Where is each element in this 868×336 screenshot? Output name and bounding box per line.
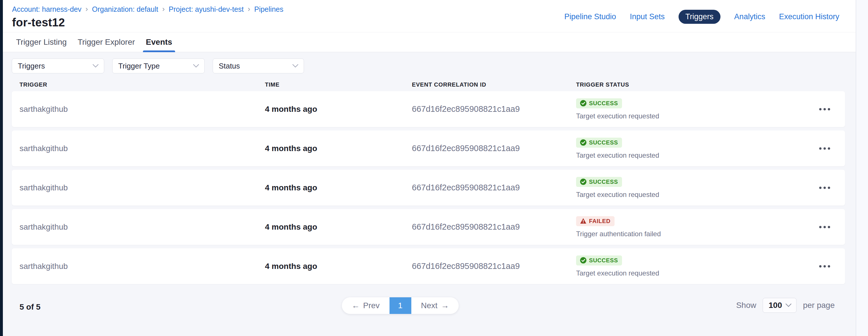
check-circle-icon [580, 100, 586, 106]
nav-pipeline-studio[interactable]: Pipeline Studio [564, 12, 616, 21]
trigger-status-cell: FAILED Trigger authentication failed [576, 216, 845, 238]
status-badge-label: SUCCESS [589, 257, 618, 264]
trigger-name: sarthakgithub [20, 262, 265, 271]
check-circle-icon [580, 257, 586, 264]
table-row[interactable]: sarthakgithub 4 months ago 667d16f2ec895… [12, 248, 845, 284]
triggers-filter-dropdown[interactable]: Triggers [12, 59, 104, 73]
trigger-status-cell: SUCCESS Target execution requested [576, 98, 845, 120]
trigger-name: sarthakgithub [20, 144, 265, 153]
event-correlation-id: 667d16f2ec895908821c1aa9 [412, 144, 576, 153]
nav-analytics[interactable]: Analytics [734, 12, 765, 21]
event-time: 4 months ago [265, 262, 412, 271]
row-menu-button[interactable] [817, 145, 832, 152]
column-header-event-correlation-id: EVENT CORRELATION ID [412, 81, 576, 88]
page-size-control: Show 100 per page [736, 298, 835, 313]
current-page-button[interactable]: 1 [390, 297, 411, 314]
table-row[interactable]: sarthakgithub 4 months ago 667d16f2ec895… [12, 130, 845, 166]
prev-page-button[interactable]: ← Prev [342, 297, 390, 314]
per-page-label: per page [803, 301, 835, 310]
status-badge-label: SUCCESS [589, 139, 618, 146]
status-message: Target execution requested [576, 269, 659, 277]
pipeline-top-nav: Pipeline Studio Input Sets Triggers Anal… [564, 10, 839, 24]
status-message: Target execution requested [576, 191, 659, 199]
status-badge: SUCCESS [576, 138, 622, 148]
page-size-value: 100 [769, 301, 782, 310]
status-badge: SUCCESS [576, 177, 622, 187]
tab-trigger-listing[interactable]: Trigger Listing [13, 32, 69, 52]
event-correlation-id: 667d16f2ec895908821c1aa9 [412, 104, 576, 114]
row-menu-button[interactable] [817, 263, 832, 270]
status-filter-label: Status [219, 62, 240, 70]
status-badge: SUCCESS [576, 256, 622, 266]
status-badge-label: SUCCESS [589, 179, 618, 185]
breadcrumb-organization[interactable]: Organization: default [92, 5, 158, 13]
trigger-type-filter-dropdown[interactable]: Trigger Type [112, 59, 205, 73]
trigger-status-cell: SUCCESS Target execution requested [576, 256, 845, 277]
chevron-down-icon [193, 64, 199, 68]
row-menu-button[interactable] [817, 224, 832, 231]
event-correlation-id: 667d16f2ec895908821c1aa9 [412, 262, 576, 271]
page-size-select[interactable]: 100 [763, 298, 797, 313]
collapsed-sidebar-strip[interactable] [0, 0, 3, 336]
table-footer: 5 of 5 ← Prev 1 Next → Show 100 per pa [12, 288, 845, 322]
trigger-status-cell: SUCCESS Target execution requested [576, 177, 845, 199]
next-page-button[interactable]: Next → [411, 297, 459, 314]
status-badge: FAILED [576, 216, 615, 226]
events-content: Triggers Trigger Type Status TRIGGER TIM… [3, 59, 856, 322]
chevron-down-icon [92, 64, 99, 68]
arrow-right-icon: → [441, 301, 449, 310]
check-circle-icon [580, 179, 586, 185]
breadcrumb-pipelines[interactable]: Pipelines [254, 5, 283, 13]
status-message: Target execution requested [576, 112, 659, 120]
warning-triangle-icon [580, 218, 586, 224]
arrow-left-icon: ← [352, 301, 360, 310]
breadcrumb-account[interactable]: Account: harness-dev [12, 5, 82, 13]
status-badge-label: SUCCESS [589, 100, 618, 107]
column-header-trigger: TRIGGER [20, 81, 265, 88]
event-time: 4 months ago [265, 183, 412, 192]
trigger-type-filter-label: Trigger Type [118, 62, 160, 70]
chevron-down-icon [292, 64, 299, 68]
filter-bar: Triggers Trigger Type Status [12, 59, 856, 73]
next-label: Next [421, 301, 438, 310]
right-gutter [856, 0, 868, 336]
nav-execution-history[interactable]: Execution History [779, 12, 839, 21]
chevron-down-icon [785, 303, 792, 307]
row-menu-button[interactable] [817, 184, 832, 191]
event-time: 4 months ago [265, 144, 412, 153]
breadcrumb-project[interactable]: Project: ayushi-dev-test [169, 5, 244, 13]
check-circle-icon [580, 139, 586, 146]
row-menu-button[interactable] [817, 106, 832, 113]
column-header-trigger-status: TRIGGER STATUS [576, 81, 856, 88]
breadcrumb-separator-icon: › [248, 5, 250, 13]
status-badge: SUCCESS [576, 98, 622, 108]
pagination: ← Prev 1 Next → [342, 297, 459, 314]
table-row[interactable]: sarthakgithub 4 months ago 667d16f2ec895… [12, 209, 845, 245]
prev-label: Prev [363, 301, 380, 310]
events-table: sarthakgithub 4 months ago 667d16f2ec895… [12, 91, 845, 284]
breadcrumb-separator-icon: › [162, 5, 165, 13]
tab-events[interactable]: Events [143, 32, 175, 52]
tab-trigger-explorer[interactable]: Trigger Explorer [74, 32, 138, 52]
tab-bar: Trigger Listing Trigger Explorer Events [3, 32, 856, 52]
status-filter-dropdown[interactable]: Status [213, 59, 304, 73]
event-correlation-id: 667d16f2ec895908821c1aa9 [412, 183, 576, 192]
table-row[interactable]: sarthakgithub 4 months ago 667d16f2ec895… [12, 170, 845, 206]
event-time: 4 months ago [265, 105, 412, 114]
nav-triggers-active[interactable]: Triggers [679, 10, 720, 24]
trigger-name: sarthakgithub [20, 183, 265, 192]
table-row[interactable]: sarthakgithub 4 months ago 667d16f2ec895… [12, 91, 845, 127]
show-label: Show [736, 301, 756, 310]
trigger-status-cell: SUCCESS Target execution requested [576, 138, 845, 159]
event-time: 4 months ago [265, 223, 412, 232]
table-header: TRIGGER TIME EVENT CORRELATION ID TRIGGE… [12, 81, 856, 88]
trigger-name: sarthakgithub [20, 223, 265, 232]
status-message: Target execution requested [576, 152, 659, 159]
event-correlation-id: 667d16f2ec895908821c1aa9 [412, 222, 576, 232]
main-area: Account: harness-dev › Organization: def… [3, 0, 856, 336]
triggers-filter-label: Triggers [18, 62, 45, 70]
trigger-name: sarthakgithub [20, 105, 265, 114]
results-count: 5 of 5 [20, 302, 40, 312]
nav-input-sets[interactable]: Input Sets [630, 12, 665, 21]
column-header-time: TIME [265, 81, 412, 88]
